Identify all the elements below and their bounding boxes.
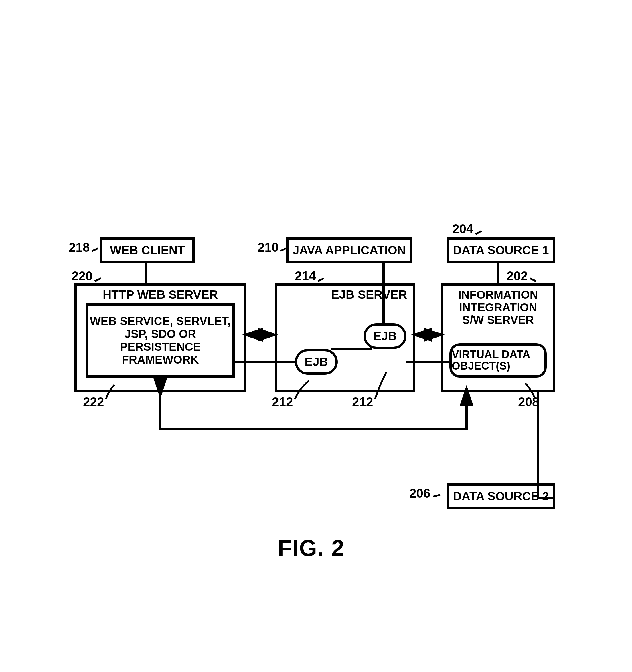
ejb-pill-1: EJB [295, 349, 338, 375]
ref-218: 218 [69, 240, 90, 255]
ref-206: 206 [409, 486, 430, 501]
tick-210 [280, 248, 286, 252]
ref-214: 214 [295, 269, 316, 283]
ref-202: 202 [507, 269, 528, 283]
tick-206 [433, 494, 441, 498]
ref-220: 220 [72, 269, 92, 283]
java-application-box: JAVA APPLICATION [286, 237, 412, 263]
ejb-server-title: EJB SERVER [331, 288, 407, 301]
info-integration-server-title: INFORMATION INTEGRATION S/W SERVER [445, 288, 551, 326]
tick-214 [318, 278, 324, 282]
ref-212a: 212 [272, 395, 293, 409]
ref-204: 204 [452, 222, 473, 236]
ref-208: 208 [518, 395, 539, 409]
ejb-pill-2: EJB [364, 323, 406, 349]
tick-204 [475, 230, 482, 235]
conn-loop-http-info [160, 392, 467, 429]
web-service-box: WEB SERVICE, SERVLET, JSP, SDO OR PERSIS… [86, 303, 235, 378]
ref-222: 222 [83, 395, 104, 409]
ref-212b: 212 [352, 395, 373, 409]
tick-220 [94, 278, 101, 282]
web-client-box: WEB CLIENT [100, 237, 195, 263]
diagram-canvas: WEB CLIENT JAVA APPLICATION DATA SOURCE … [0, 0, 632, 672]
virtual-data-objects-pill: VIRTUAL DATA OBJECT(S) [449, 343, 547, 378]
data-source-1-box: DATA SOURCE 1 [446, 237, 555, 263]
figure-label: FIG. 2 [278, 535, 345, 561]
tick-218 [92, 247, 98, 252]
conn-info-ds2 [538, 392, 555, 498]
tick-202 [530, 278, 536, 282]
data-source-2-box: DATA SOURCE 2 [446, 483, 555, 509]
ref-210: 210 [258, 240, 279, 255]
http-web-server-title: HTTP WEB SERVER [103, 288, 218, 301]
